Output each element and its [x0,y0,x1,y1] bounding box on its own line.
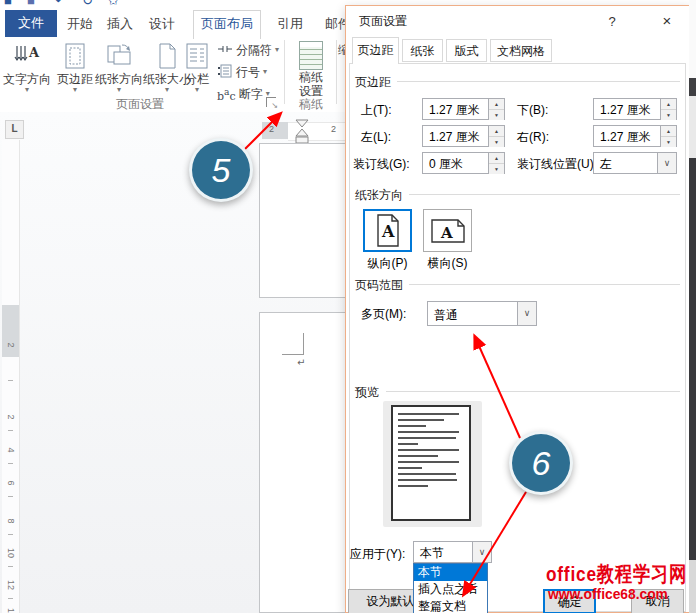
landscape-button[interactable]: A [423,209,472,252]
dialog-title: 页面设置 [359,13,407,30]
customize-qat-icon[interactable]: ✩ [108,0,119,8]
document-page-1[interactable] [259,143,347,298]
background-strip [689,96,696,158]
paper-size-icon [153,40,181,72]
margin-right-label: 右(R): [517,129,549,146]
margin-crop-mark [303,333,304,355]
line-numbers-icon [217,64,233,81]
tab-insert[interactable]: 插入 [98,11,142,37]
tab-design[interactable]: 设计 [140,11,184,37]
button-label: 页边距 [57,72,93,86]
dialog-tab-layout[interactable]: 版式 [446,39,487,62]
portrait-icon: A [375,214,401,247]
dropdown-option-this-point-forward[interactable]: 插入点之后 [414,581,487,598]
spinner-buttons[interactable]: ▲▼ [488,126,504,146]
spinner-buttons[interactable]: ▲▼ [660,99,676,119]
dialog-tab-grid[interactable]: 文档网格 [490,39,552,62]
chevron-down-icon: ▾ [117,86,121,94]
tab-file[interactable]: 文件 [5,10,57,37]
orientation-button[interactable]: 纸张方向 ▾ [96,40,142,102]
margin-bottom-label: 下(B): [517,102,548,119]
redo-icon[interactable]: ↻ [82,0,93,8]
word-window: ■ ■ ↶ ↻ ✩ 文件 开始 插入 设计 页面布局 引用 邮件 A 文字方向 … [0,0,696,613]
close-icon[interactable]: × [651,9,683,33]
breaks-button[interactable]: 分隔符 ▾ [217,40,279,60]
group-label-page-setup: 页面设置 [0,96,280,113]
button-label: 分隔符 [236,42,272,59]
group-divider [284,40,285,104]
tab-page-layout[interactable]: 页面布局 [193,10,261,39]
background-strip [689,560,696,613]
text-direction-icon: A [13,40,41,72]
background-strip [689,158,696,560]
pages-group-header: 页码范围 [355,277,409,294]
margins-icon [61,40,89,72]
spinner-buttons[interactable]: ▲▼ [488,153,504,173]
svg-text:A: A [440,224,453,242]
ribbon: A 文字方向 ▾ 页边距 ▾ 纸张方向 ▾ [0,38,345,113]
apply-to-select[interactable]: 本节 ∨ [413,541,492,563]
dropdown-option-whole-document[interactable]: 整篇文档 [414,598,487,613]
background-strip [689,78,696,96]
vertical-ruler[interactable]: 2 2 4 6 8 10 12 14 [2,140,20,613]
margin-left-field[interactable]: 1.27 厘米 ▲▼ [422,125,505,147]
margin-top-field[interactable]: 1.27 厘米 ▲▼ [422,98,505,120]
group-label-manuscript: 稿纸 [288,96,334,113]
gutter-field[interactable]: 0 厘米 ▲▼ [422,152,505,174]
chevron-down-icon: ▾ [275,46,279,54]
horizontal-ruler-margin[interactable] [262,122,288,139]
background-strip [689,0,696,78]
group-divider-line [386,391,680,392]
combo-arrow-icon[interactable]: ∨ [517,302,536,325]
margin-bottom-field[interactable]: 1.27 厘米 ▲▼ [593,98,677,120]
combo-arrow-icon[interactable]: ∨ [472,542,491,562]
gutter-label: 装订线(G): [353,156,410,173]
ruler-number: 8 [6,513,16,530]
line-numbers-button[interactable]: 行号 ▾ [217,62,267,82]
preview-group-header: 预览 [355,384,385,401]
indent-markers[interactable] [293,119,313,145]
tab-stop-selector[interactable]: L [5,120,24,139]
document-page-2[interactable]: ↵ [259,312,347,613]
group-divider [336,40,337,104]
combo-arrow-icon[interactable]: ∨ [657,153,676,173]
chevron-down-icon: ▾ [165,86,169,94]
portrait-button[interactable]: A [363,209,412,252]
spinner-buttons[interactable]: ▲▼ [488,99,504,119]
tab-references[interactable]: 引用 [268,11,312,37]
watermark-site-name: office教程学习网 [546,560,687,588]
apply-to-label: 应用于(Y): [350,546,405,563]
multiple-pages-label: 多页(M): [361,306,406,323]
undo-icon[interactable]: ↶ [55,0,66,8]
dropdown-option-this-section[interactable]: 本节 [414,564,487,581]
button-label: 文字方向 [3,72,51,86]
step-5-badge: 5 [189,138,253,202]
dialog-tab-margins[interactable]: 页边距 [352,37,399,64]
paragraph-mark: ↵ [297,357,305,368]
spinner-buttons[interactable]: ▲▼ [660,126,676,146]
tab-home[interactable]: 开始 [58,11,102,37]
ruler-number: 2 [331,124,336,134]
margins-button[interactable]: 页边距 ▾ [54,40,96,102]
gutter-position-select[interactable]: 左 ∨ [593,152,677,174]
button-label: 纸张方向 [95,72,143,86]
dialog-tab-paper[interactable]: 纸张 [402,39,443,62]
word-logo-icon[interactable]: ■ [4,0,12,8]
multiple-pages-select[interactable]: 普通 ∨ [427,301,537,326]
dialog-launcher-icon[interactable]: ↘ [266,97,276,107]
margin-right-field[interactable]: 1.27 厘米 ▲▼ [593,125,677,147]
group-divider-line [394,81,680,82]
landscape-icon: A [431,218,465,244]
columns-button[interactable]: 分栏 ▾ [180,40,214,102]
text-direction-button[interactable]: A 文字方向 ▾ [2,40,52,102]
help-button[interactable]: ? [598,11,626,33]
margin-crop-mark [282,354,303,355]
manuscript-setup-button[interactable]: 稿纸 设置 [288,40,334,102]
chevron-down-icon: ▾ [25,86,29,94]
button-label: 行号 [236,64,260,81]
save-icon[interactable]: ■ [27,0,35,8]
group-divider-line [406,194,680,195]
svg-text:A: A [28,45,40,60]
chevron-down-icon: ▾ [73,86,77,94]
portrait-label: 纵向(P) [363,255,412,272]
